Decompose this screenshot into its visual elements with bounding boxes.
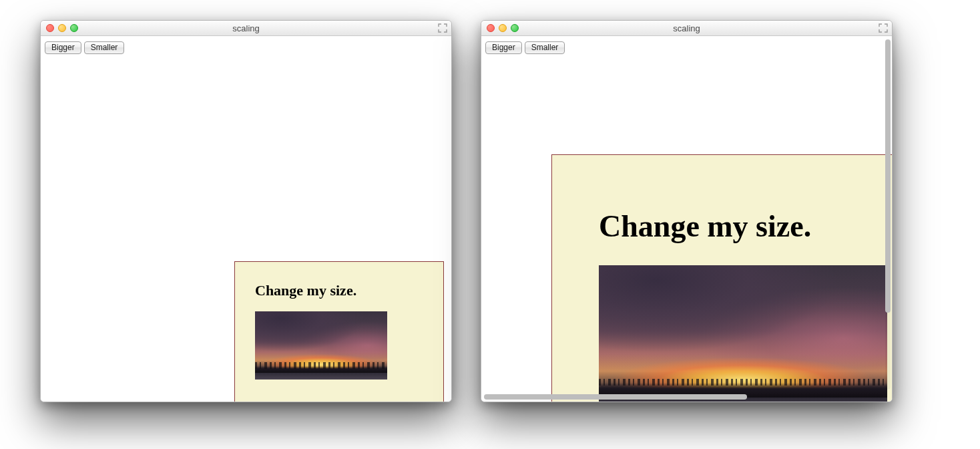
bigger-button[interactable]: Bigger: [45, 41, 81, 54]
resizable-panel: Change my size.: [551, 154, 892, 402]
bigger-button[interactable]: Bigger: [485, 41, 522, 54]
zoom-icon[interactable]: [70, 24, 78, 32]
titlebar[interactable]: scaling: [481, 21, 892, 36]
horizontal-scrollbar[interactable]: [484, 394, 883, 400]
fullscreen-icon[interactable]: [879, 23, 888, 33]
content-area: Change my size.: [41, 54, 451, 402]
fullscreen-icon[interactable]: [438, 23, 447, 33]
content-area: Change my size.: [481, 54, 892, 402]
app-window: scaling Bigger Smaller Change my size.: [481, 20, 893, 402]
titlebar[interactable]: scaling: [41, 21, 451, 36]
close-icon[interactable]: [487, 24, 495, 32]
sunset-photo: [255, 311, 387, 380]
panel-heading: Change my size.: [599, 208, 892, 244]
smaller-button[interactable]: Smaller: [84, 41, 125, 54]
scrollbar-thumb[interactable]: [484, 394, 747, 400]
panel-heading: Change my size.: [255, 282, 430, 299]
window-title: scaling: [41, 23, 451, 33]
zoom-icon[interactable]: [511, 24, 519, 32]
window-title: scaling: [481, 23, 892, 33]
sunset-photo: [599, 265, 887, 402]
minimize-icon[interactable]: [58, 24, 66, 32]
resizable-panel: Change my size.: [234, 261, 444, 402]
close-icon[interactable]: [46, 24, 54, 32]
smaller-button[interactable]: Smaller: [525, 41, 565, 54]
app-window: scaling Bigger Smaller Change my size.: [40, 20, 452, 402]
minimize-icon[interactable]: [499, 24, 507, 32]
vertical-scrollbar[interactable]: [885, 39, 891, 390]
scrollbar-thumb[interactable]: [885, 39, 891, 313]
